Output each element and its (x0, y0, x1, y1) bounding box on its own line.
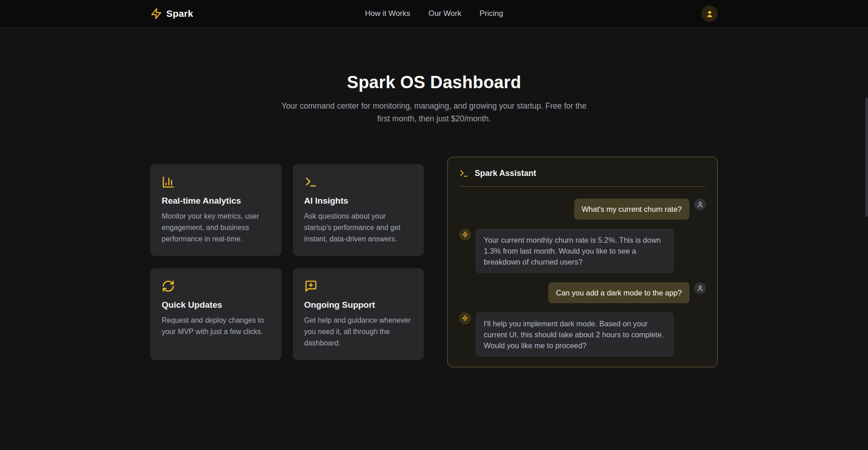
scrollbar[interactable] (865, 0, 868, 450)
assistant-avatar (459, 229, 471, 240)
message-square-plus-icon (304, 280, 413, 293)
feature-description: Request and deploy changes to your MVP w… (162, 315, 270, 337)
chat-message-user: Can you add a dark mode to the app? (459, 282, 706, 303)
chat-messages: What's my current churn rate? (459, 199, 706, 357)
user-icon (705, 10, 714, 18)
feature-card-quick-updates: Quick Updates Request and deploy changes… (150, 268, 282, 360)
chat-message-assistant: I'll help you implement dark mode. Based… (459, 312, 706, 357)
feature-description: Get help and guidance whenever you need … (304, 315, 413, 349)
profile-avatar-button[interactable] (701, 5, 718, 22)
chat-message-user: What's my current churn rate? (459, 199, 706, 220)
nav-link-pricing[interactable]: Pricing (480, 9, 503, 18)
user-avatar (694, 282, 706, 294)
feature-card-real-time-analytics: Real-time Analytics Monitor your key met… (150, 164, 282, 256)
zap-icon (150, 8, 162, 20)
chat-title: Spark Assistant (475, 169, 536, 178)
feature-title: Quick Updates (162, 300, 270, 310)
hero-section: Spark OS Dashboard Your command center f… (0, 72, 868, 125)
brand-logo[interactable]: Spark (150, 8, 193, 20)
bar-chart-icon (162, 175, 270, 189)
feature-title: AI Insights (304, 196, 413, 206)
page-subtitle: Your command center for monitoring, mana… (280, 100, 589, 125)
chat-message-assistant: Your current monthly churn rate is 5.2%.… (459, 229, 706, 273)
user-icon (697, 285, 704, 292)
dashboard-preview-section: Real-time Analytics Monitor your key met… (150, 157, 718, 367)
terminal-icon (304, 175, 413, 189)
user-message-bubble: Can you add a dark mode to the app? (548, 282, 689, 303)
spark-assistant-panel: Spark Assistant What's my current churn … (447, 157, 718, 367)
zap-icon (462, 315, 468, 321)
refresh-icon (162, 280, 270, 293)
feature-card-ai-insights: AI Insights Ask questions about your sta… (293, 164, 424, 256)
scrollbar-thumb[interactable] (865, 98, 868, 217)
assistant-avatar (459, 312, 471, 324)
nav-link-our-work[interactable]: Our Work (428, 9, 461, 18)
feature-description: Ask questions about your startup's perfo… (304, 210, 413, 245)
zap-icon (462, 231, 468, 238)
navbar: Spark How it Works Our Work Pricing (0, 0, 868, 28)
user-icon (697, 201, 704, 208)
assistant-message-bubble: I'll help you implement dark mode. Based… (476, 312, 674, 357)
nav-links: How it Works Our Work Pricing (365, 9, 503, 18)
navbar-container: Spark How it Works Our Work Pricing (150, 0, 718, 27)
user-avatar (694, 199, 706, 210)
feature-description: Monitor your key metrics, user engagemen… (162, 210, 270, 245)
main-content: Spark OS Dashboard Your command center f… (0, 72, 868, 367)
user-message-bubble: What's my current churn rate? (574, 199, 689, 220)
chat-header: Spark Assistant (459, 169, 706, 187)
nav-link-how-it-works[interactable]: How it Works (365, 9, 410, 18)
feature-title: Real-time Analytics (162, 196, 270, 206)
assistant-message-bubble: Your current monthly churn rate is 5.2%.… (476, 229, 674, 273)
features-grid: Real-time Analytics Monitor your key met… (150, 164, 424, 360)
feature-card-ongoing-support: Ongoing Support Get help and guidance wh… (293, 268, 424, 360)
brand-name: Spark (166, 8, 193, 19)
terminal-icon (459, 169, 469, 178)
feature-title: Ongoing Support (304, 300, 413, 310)
page-title: Spark OS Dashboard (0, 72, 868, 93)
